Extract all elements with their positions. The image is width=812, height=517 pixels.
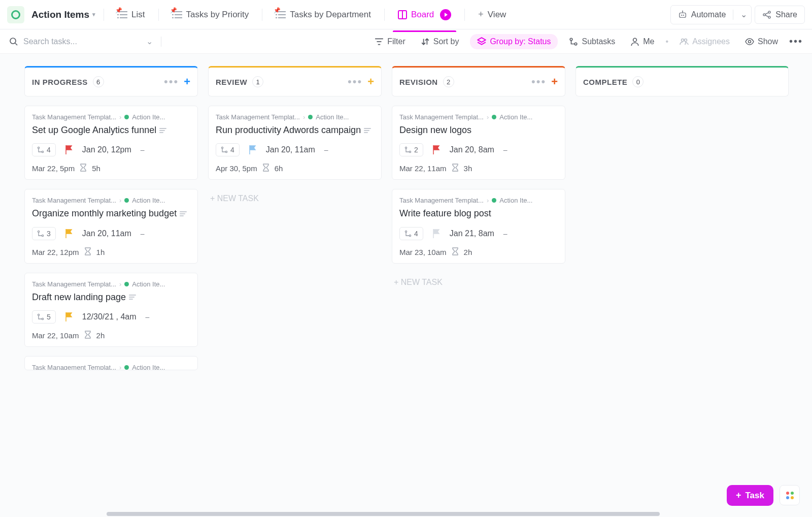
layers-icon <box>477 37 486 46</box>
crumb-space[interactable]: Task Management Templat... <box>32 280 116 288</box>
subtask-icon <box>569 37 578 46</box>
priority-flag-icon[interactable] <box>249 145 257 154</box>
add-view-label: View <box>488 10 506 20</box>
sort-button[interactable]: Sort by <box>417 35 463 48</box>
svg-point-26 <box>768 11 770 13</box>
start-date[interactable]: Jan 20, 8am <box>450 145 494 154</box>
crumb-space[interactable]: Task Management Templat... <box>216 113 300 121</box>
due-date[interactable]: Apr 30, 5pm <box>216 164 257 173</box>
column-count: 2 <box>443 76 454 87</box>
due-date[interactable]: Mar 22, 10am <box>32 331 79 340</box>
subtask-pill[interactable]: 4 <box>216 143 240 156</box>
priority-flag-icon[interactable] <box>65 312 73 321</box>
task-card[interactable]: Task Management Templat... › Action Ite.… <box>392 189 565 263</box>
start-date[interactable]: 12/30/21 , 4am <box>82 312 137 321</box>
subtask-pill[interactable]: 2 <box>399 143 423 156</box>
chevron-down-icon[interactable]: ⌄ <box>740 10 747 19</box>
due-date[interactable]: Mar 22, 12pm <box>32 248 79 256</box>
column-menu-icon[interactable]: ••• <box>164 75 179 88</box>
column-header[interactable]: IN PROGRESS 6 ••• + <box>24 66 198 96</box>
column-add-icon[interactable]: + <box>367 75 374 88</box>
svg-point-48 <box>225 151 227 153</box>
due-date[interactable]: Mar 23, 10am <box>399 248 447 256</box>
subtask-pill[interactable]: 4 <box>399 227 423 240</box>
more-menu-button[interactable]: ••• <box>789 36 803 47</box>
subtask-pill[interactable]: 4 <box>32 143 56 156</box>
tab-priority[interactable]: 📌 Tasks by Priority <box>167 7 254 23</box>
search-input[interactable] <box>23 37 141 46</box>
apps-fab[interactable] <box>780 485 800 505</box>
priority-flag-icon[interactable] <box>432 145 441 154</box>
priority-flag-icon[interactable] <box>65 145 73 154</box>
assignees-button[interactable]: Assignees <box>675 35 734 48</box>
column-menu-icon[interactable]: ••• <box>348 75 362 88</box>
list-icon: 📌 <box>172 10 182 19</box>
chevron-down-icon[interactable]: ⌄ <box>146 37 153 46</box>
filter-button[interactable]: Filter <box>370 35 410 48</box>
task-card[interactable]: Task Management Templat... › Action Ite.… <box>24 106 198 180</box>
start-date[interactable]: Jan 21, 8am <box>450 229 494 238</box>
start-date[interactable]: Jan 20, 11am <box>82 229 131 238</box>
task-card[interactable]: Task Management Templat... › Action Ite.… <box>392 106 565 180</box>
crumb-list[interactable]: Action Ite... <box>132 113 165 121</box>
due-date[interactable]: Mar 22, 5pm <box>32 164 75 173</box>
column-name: REVIEW <box>216 78 247 86</box>
group-button[interactable]: Group by: Status <box>470 34 558 49</box>
column-header[interactable]: COMPLETE 0 <box>576 66 789 96</box>
crumb-space[interactable]: Task Management Templat... <box>32 197 116 204</box>
task-card[interactable]: Task Management Templat... › Action Ite.… <box>24 273 198 347</box>
crumb-list[interactable]: Action Ite... <box>132 364 165 370</box>
start-date[interactable]: Jan 20, 12pm <box>82 145 131 154</box>
task-card[interactable]: Task Management Templat... › Action Ite.… <box>24 356 198 370</box>
column-name: REVISION <box>399 78 438 86</box>
me-button[interactable]: Me <box>626 35 658 48</box>
subtasks-button[interactable]: Subtasks <box>565 35 619 48</box>
new-task-fab[interactable]: + Task <box>727 485 773 506</box>
crumb-list[interactable]: Action Ite... <box>499 113 532 121</box>
automate-button[interactable]: Automate ⌄ <box>670 5 752 24</box>
column-header[interactable]: REVISION 2 ••• + <box>392 66 565 96</box>
horizontal-scrollbar[interactable] <box>0 512 812 517</box>
tab-label: Tasks by Department <box>290 10 371 20</box>
tab-label: Board <box>411 10 434 20</box>
crumb-list[interactable]: Action Ite... <box>316 113 349 121</box>
priority-flag-icon[interactable] <box>432 229 441 238</box>
crumb-list[interactable]: Action Ite... <box>132 280 165 288</box>
fab-task-label: Task <box>746 491 765 501</box>
crumb-space[interactable]: Task Management Templat... <box>399 197 484 204</box>
task-card[interactable]: Task Management Templat... › Action Ite.… <box>208 106 382 180</box>
crumb-space[interactable]: Task Management Templat... <box>32 113 116 121</box>
column-menu-icon[interactable]: ••• <box>531 75 546 88</box>
list-logo[interactable] <box>7 6 24 23</box>
due-date[interactable]: Mar 22, 11am <box>399 164 447 173</box>
start-date[interactable]: Jan 20, 11am <box>266 145 315 154</box>
tab-list[interactable]: 📌 List <box>112 7 150 23</box>
subtask-pill[interactable]: 5 <box>32 310 56 324</box>
subtask-pill[interactable]: 3 <box>32 227 56 240</box>
new-task-button[interactable]: + NEW TASK <box>208 189 382 208</box>
list-icon: 📌 <box>276 10 286 19</box>
crumb-space[interactable]: Task Management Templat... <box>32 364 116 370</box>
breadcrumb: Task Management Templat... › Action Ite.… <box>399 197 558 204</box>
crumb-space[interactable]: Task Management Templat... <box>399 113 484 121</box>
task-card[interactable]: Task Management Templat... › Action Ite.… <box>24 189 198 263</box>
play-icon[interactable] <box>440 9 451 20</box>
status-dot-icon <box>492 115 496 119</box>
page-title[interactable]: Action Items ▾ <box>31 9 95 20</box>
column-header[interactable]: REVIEW 1 ••• + <box>208 66 382 96</box>
new-task-button[interactable]: + NEW TASK <box>392 273 565 292</box>
crumb-list[interactable]: Action Ite... <box>499 197 532 204</box>
show-label: Show <box>758 37 778 46</box>
search-icon <box>9 37 18 46</box>
column-add-icon[interactable]: + <box>184 75 190 88</box>
tab-board[interactable]: Board <box>393 6 456 23</box>
tab-department[interactable]: 📌 Tasks by Department <box>270 7 376 23</box>
task-title: Run productivity Adwords campaign <box>216 125 361 135</box>
crumb-list[interactable]: Action Ite... <box>132 197 165 204</box>
show-button[interactable]: Show <box>741 35 782 48</box>
add-view-button[interactable]: + View <box>473 6 511 23</box>
column-add-icon[interactable]: + <box>551 75 558 88</box>
share-button[interactable]: Share <box>755 6 805 24</box>
plus-icon: + <box>736 490 741 501</box>
priority-flag-icon[interactable] <box>65 229 73 238</box>
